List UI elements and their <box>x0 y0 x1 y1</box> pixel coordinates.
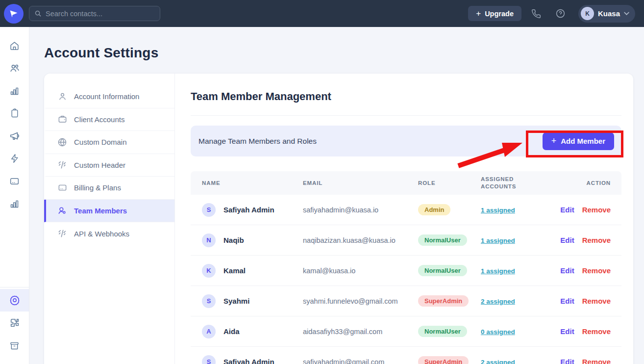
remove-button[interactable]: Remove <box>582 327 611 336</box>
rail-divider <box>0 287 29 287</box>
user-menu[interactable]: K Kuasa <box>578 5 635 23</box>
archive-box-icon <box>9 340 20 351</box>
code-icon <box>57 160 68 170</box>
table-row: NNaqib naqibazizan.kuasa@kuasa.io Normal… <box>191 225 621 256</box>
member-name: Naqib <box>223 236 244 244</box>
app-logo[interactable] <box>4 4 24 24</box>
chevron-down-icon <box>624 12 629 15</box>
assigned-link[interactable]: 2 assigned <box>481 298 515 305</box>
table-row: KKamal kamal@kuasa.io NormalUser 1 assig… <box>191 256 621 286</box>
sidebar-item-archive[interactable] <box>0 334 29 357</box>
menu-item-label: API & Webhooks <box>74 230 129 238</box>
assigned-link[interactable]: 1 assigned <box>481 207 515 214</box>
menu-item-team-members[interactable]: Team Members <box>44 200 174 223</box>
member-email: naqibazizan.kuasa@kuasa.io <box>303 236 418 244</box>
menu-item-api-webhooks[interactable]: API & Webhooks <box>44 222 174 245</box>
remove-button[interactable]: Remove <box>582 236 611 244</box>
remove-button[interactable]: Remove <box>582 266 611 275</box>
menu-item-label: Account Information <box>74 92 139 101</box>
page-title: Account Settings <box>44 45 158 61</box>
member-email: safiyahadmin@gmail.com <box>303 358 418 364</box>
assigned-link[interactable]: 0 assigned <box>481 328 515 336</box>
panel-divider <box>191 115 621 116</box>
menu-item-custom-domain[interactable]: Custom Domain <box>44 131 174 154</box>
member-email: kamal@kuasa.io <box>303 267 418 275</box>
menu-item-label: Client Accounts <box>74 115 124 124</box>
search-bar[interactable] <box>29 6 160 21</box>
edit-button[interactable]: Edit <box>560 236 574 244</box>
sidebar-rail <box>0 27 29 364</box>
member-email: syahmi.funnelevo@gmail.com <box>303 297 418 305</box>
edit-button[interactable]: Edit <box>560 297 574 305</box>
clipboard-icon <box>10 108 20 118</box>
col-header-assigned: ASSIGNED ACCOUNTS <box>481 176 527 190</box>
topbar: + Upgrade K Kuasa <box>0 0 644 27</box>
sidebar-item-reports[interactable] <box>0 192 29 215</box>
role-badge: NormalUser <box>418 234 467 246</box>
code-icon <box>57 229 68 238</box>
sidebar-item-integrations[interactable] <box>0 312 29 334</box>
credit-card-icon <box>57 183 68 192</box>
plus-icon: + <box>476 9 481 19</box>
avatar: S <box>202 294 216 308</box>
assigned-link[interactable]: 1 assigned <box>481 237 515 244</box>
phone-icon <box>531 9 541 19</box>
menu-item-label: Team Members <box>74 207 127 215</box>
sidebar-item-billing[interactable] <box>0 170 29 192</box>
avatar: S <box>202 203 216 217</box>
bar-chart-icon <box>9 199 20 209</box>
puzzle-icon <box>9 317 20 328</box>
sidebar-item-automation[interactable] <box>0 147 29 170</box>
settings-card: Account Information Client Accounts Cust… <box>44 74 633 364</box>
help-icon <box>555 8 566 19</box>
help-button[interactable] <box>551 4 570 24</box>
sidebar-item-campaigns[interactable] <box>0 125 29 147</box>
role-badge: Admin <box>418 204 450 215</box>
remove-button[interactable]: Remove <box>582 358 611 364</box>
edit-button[interactable]: Edit <box>560 327 574 336</box>
avatar: S <box>202 355 216 364</box>
menu-item-billing-plans[interactable]: Billing & Plans <box>44 177 174 200</box>
menu-item-custom-header[interactable]: Custom Header <box>44 154 174 177</box>
assigned-link[interactable]: 2 assigned <box>481 359 515 364</box>
manage-banner: Manage Team Members and Roles + Add Memb… <box>191 126 621 156</box>
credit-card-icon <box>9 176 20 186</box>
col-header-name: NAME <box>191 180 303 187</box>
member-name: Aida <box>223 327 240 336</box>
bar-chart-icon <box>9 86 20 96</box>
banner-text: Manage Team Members and Roles <box>198 137 317 146</box>
col-header-action: ACTION <box>555 180 621 187</box>
sidebar-item-settings[interactable] <box>0 289 29 312</box>
table-row: SSyahmi syahmi.funnelevo@gmail.com Super… <box>191 286 621 316</box>
gear-icon <box>9 295 20 306</box>
sidebar-item-contacts[interactable] <box>0 57 29 79</box>
member-email: safiyahadmin@kuasa.io <box>303 206 418 214</box>
assigned-link[interactable]: 1 assigned <box>481 267 515 275</box>
sidebar-item-forms[interactable] <box>0 102 29 125</box>
menu-item-account-information[interactable]: Account Information <box>44 85 174 108</box>
phone-button[interactable] <box>526 4 546 24</box>
avatar: K <box>202 264 216 278</box>
role-badge: SuperAdmin <box>418 295 469 307</box>
home-icon <box>9 41 20 51</box>
edit-button[interactable]: Edit <box>560 206 574 214</box>
team-icon <box>57 206 68 215</box>
search-input[interactable] <box>46 10 155 18</box>
remove-button[interactable]: Remove <box>582 297 611 305</box>
menu-item-client-accounts[interactable]: Client Accounts <box>44 108 174 131</box>
role-badge: NormalUser <box>418 265 467 276</box>
upgrade-button[interactable]: + Upgrade <box>468 6 521 21</box>
edit-button[interactable]: Edit <box>560 358 574 364</box>
user-name: Kuasa <box>598 9 620 18</box>
team-member-panel: Team Member Management Manage Team Membe… <box>175 74 633 364</box>
edit-button[interactable]: Edit <box>560 266 574 275</box>
remove-button[interactable]: Remove <box>582 206 611 214</box>
sidebar-item-analytics[interactable] <box>0 79 29 102</box>
megaphone-icon <box>9 130 20 141</box>
lightning-icon <box>10 154 20 163</box>
settings-menu: Account Information Client Accounts Cust… <box>44 74 174 364</box>
add-member-button[interactable]: + Add Member <box>543 132 614 150</box>
sidebar-item-home[interactable] <box>0 34 29 57</box>
avatar: N <box>202 234 216 247</box>
add-member-label: Add Member <box>561 137 605 145</box>
